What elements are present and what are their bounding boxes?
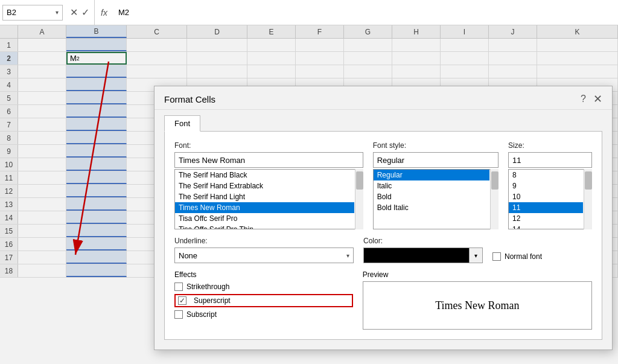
dialog-title: Format Cells	[164, 94, 215, 104]
font-style-list[interactable]: Regular Italic Bold Bold Italic	[373, 169, 499, 229]
dialog-overlay: Format Cells ? ✕ Font F	[0, 25, 618, 364]
subscript-item: Subscript	[174, 310, 353, 319]
bottom-row: Effects Strikethrough ✓ Superscript	[174, 270, 592, 330]
preview-box: Times New Roman	[363, 281, 592, 330]
underline-field-group: Underline: None ▾	[174, 237, 354, 263]
formula-input[interactable]: M2	[113, 8, 134, 17]
font-input[interactable]: Times New Roman	[174, 152, 363, 168]
font-fields-row: Font: Times New Roman The Serif Hand Bla…	[174, 141, 592, 229]
size-input[interactable]: 11	[508, 152, 592, 168]
fx-icon: fx	[95, 8, 113, 18]
scrollbar-thumb[interactable]	[356, 171, 363, 190]
list-item[interactable]: 12	[509, 213, 583, 224]
size-scrollbar[interactable]	[584, 169, 592, 229]
preview-section: Preview Times New Roman	[363, 270, 592, 330]
tab-font[interactable]: Font	[164, 115, 200, 132]
font-list-scrollbar[interactable]	[355, 169, 363, 229]
font-style-field-group: Font style: Regular Regular Italic Bold …	[373, 141, 499, 229]
underline-label: Underline:	[174, 237, 354, 245]
effects-label: Effects	[174, 270, 353, 279]
list-item[interactable]: The Serif Hand Extrablack	[175, 180, 354, 191]
superscript-checkbox[interactable]: ✓	[178, 296, 186, 305]
list-item-selected[interactable]: Times New Roman	[175, 202, 354, 213]
preview-label: Preview	[363, 270, 592, 279]
dialog-title-actions: ? ✕	[581, 92, 602, 106]
size-list[interactable]: 8 9 10 11 12 14	[508, 169, 592, 229]
list-item[interactable]: Tisa Offc Serif Pro	[175, 213, 354, 224]
color-dropdown-button[interactable]: ▾	[469, 248, 482, 263]
spreadsheet: B2 ▾ ✕ ✓ fx M2 A B C D E F G H I J K	[0, 0, 618, 364]
scrollbar-thumb[interactable]	[491, 171, 499, 190]
size-label: Size:	[508, 141, 592, 150]
font-style-label: Font style:	[373, 141, 499, 150]
cell-ref-arrow: ▾	[56, 9, 59, 16]
strikethrough-item: Strikethrough	[174, 283, 353, 291]
underline-dropdown-icon[interactable]: ▾	[346, 252, 349, 259]
dialog-title-bar: Format Cells ? ✕	[154, 86, 612, 110]
list-item[interactable]: Tisa Offc Serif Pro Thin	[175, 224, 354, 229]
strikethrough-checkbox[interactable]	[174, 283, 183, 291]
scrollbar-thumb[interactable]	[585, 171, 592, 190]
cell-ref-value: B2	[7, 8, 16, 17]
color-swatch	[364, 248, 469, 263]
color-label: Color:	[363, 237, 483, 245]
cancel-icon[interactable]: ✕	[70, 7, 78, 18]
underline-color-row: Underline: None ▾ Color: ▾	[174, 237, 592, 263]
superscript-item: ✓ Superscript	[174, 294, 353, 307]
color-field-group: Color: ▾	[363, 237, 483, 263]
confirm-icon[interactable]: ✓	[81, 7, 89, 18]
list-item[interactable]: 8	[509, 170, 583, 180]
subscript-label: Subscript	[186, 310, 217, 319]
list-item-selected[interactable]: Regular	[374, 170, 489, 180]
list-item[interactable]: Bold Italic	[374, 202, 489, 213]
list-item[interactable]: 14	[509, 224, 583, 229]
font-style-input[interactable]: Regular	[373, 152, 499, 168]
dialog-tabs: Font	[154, 110, 612, 131]
list-item-selected[interactable]: 11	[509, 202, 583, 213]
formula-icons: ✕ ✓	[65, 0, 95, 25]
size-field-group: Size: 11 8 9 10 11 12 1	[508, 141, 592, 229]
dialog-help-button[interactable]: ?	[581, 94, 586, 104]
size-list-container: 8 9 10 11 12 14	[508, 169, 592, 229]
font-field-label: Font:	[174, 141, 363, 150]
preview-text: Times New Roman	[435, 299, 519, 312]
normal-font-text: Normal font	[505, 252, 542, 261]
list-item[interactable]: The Serif Hand Light	[175, 191, 354, 202]
color-picker[interactable]: ▾	[363, 247, 483, 263]
underline-select[interactable]: None ▾	[174, 247, 354, 263]
subscript-checkbox[interactable]	[174, 310, 183, 319]
list-item[interactable]: 9	[509, 180, 583, 191]
normal-font-col: Normal font	[492, 237, 592, 263]
font-list[interactable]: The Serif Hand Black The Serif Hand Extr…	[174, 169, 363, 229]
font-style-scrollbar[interactable]	[490, 169, 499, 229]
font-style-list-container: Regular Italic Bold Bold Italic	[373, 169, 499, 229]
normal-font-checkbox[interactable]	[492, 252, 501, 261]
format-cells-dialog: Format Cells ? ✕ Font F	[154, 86, 613, 350]
normal-font-label[interactable]: Normal font	[492, 252, 542, 261]
formula-bar: B2 ▾ ✕ ✓ fx M2	[0, 0, 618, 25]
list-item[interactable]: Italic	[374, 180, 489, 191]
list-item[interactable]: Bold	[374, 191, 489, 202]
font-field-group: Font: Times New Roman The Serif Hand Bla…	[174, 141, 363, 229]
font-list-container: The Serif Hand Black The Serif Hand Extr…	[174, 169, 363, 229]
superscript-label: Superscript	[194, 296, 231, 305]
effects-section: Effects Strikethrough ✓ Superscript	[174, 270, 353, 330]
cell-ref-box[interactable]: B2 ▾	[2, 5, 63, 21]
dialog-body: Font: Times New Roman The Serif Hand Bla…	[164, 131, 602, 340]
list-item[interactable]: 10	[509, 191, 583, 202]
strikethrough-label: Strikethrough	[186, 283, 229, 291]
list-item[interactable]: The Serif Hand Black	[175, 170, 354, 180]
dialog-close-button[interactable]: ✕	[593, 92, 602, 106]
